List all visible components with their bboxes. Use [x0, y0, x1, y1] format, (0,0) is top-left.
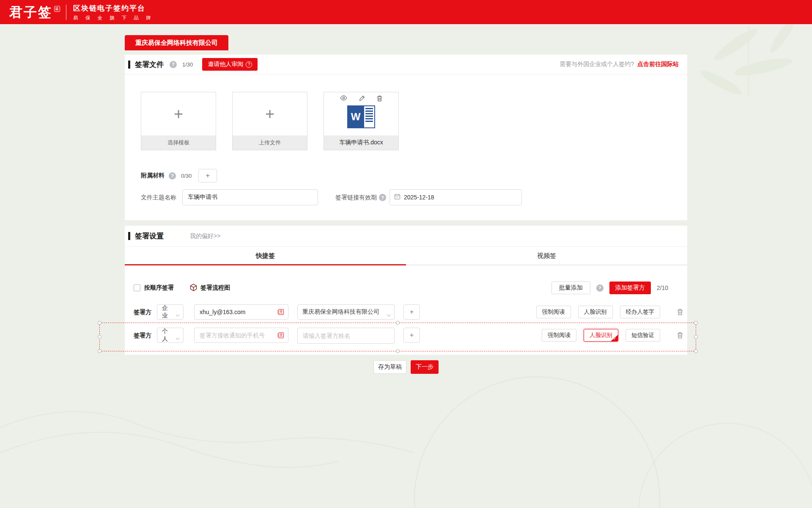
- save-draft-button[interactable]: 存为草稿: [373, 360, 406, 374]
- batch-add-button[interactable]: 批量添加: [551, 282, 590, 294]
- footer-actions: 存为草稿 下一步: [0, 360, 812, 374]
- plus-icon: +: [174, 106, 183, 122]
- signer2-face-id-button[interactable]: 人脸识别 ✓: [584, 329, 618, 342]
- sign-settings-panel: 签署设置 我的偏好>> 快捷签 视频签 按顺序签署 签署流程图: [125, 226, 687, 355]
- section-marker: [128, 232, 130, 240]
- expiry-date-input[interactable]: [404, 194, 517, 201]
- invite-review-button[interactable]: 邀请他人审阅 ?: [202, 58, 258, 71]
- option-label: 经办人签字: [626, 308, 655, 316]
- signer1-add-field-button[interactable]: +: [403, 304, 420, 320]
- signer2-phone-input[interactable]: [200, 332, 274, 339]
- file-count: 1/30: [182, 61, 193, 68]
- company-tab[interactable]: 重庆易保全网络科技有限公司: [125, 35, 228, 50]
- signer1-agent-sign-button[interactable]: 经办人签字: [620, 306, 661, 318]
- chevron-down-icon: [176, 334, 180, 341]
- signer2-force-read-button[interactable]: 强制阅读: [542, 329, 576, 342]
- signer2-type-value: 个人: [162, 328, 173, 343]
- signer-row-1: 签署方 企业 重庆易保全网络科技有限公司 +: [125, 304, 687, 320]
- document-meta-row: 文件主题名称 签署链接有效期 ?: [141, 189, 671, 205]
- tab-video-sign[interactable]: 视频签: [406, 247, 687, 265]
- signer1-type-value: 企业: [162, 304, 173, 320]
- my-preferences-link[interactable]: 我的偏好>>: [190, 232, 220, 240]
- signer1-company-select[interactable]: 重庆易保全网络科技有限公司: [297, 304, 395, 320]
- signer2-sms-verify-button[interactable]: 短信验证: [625, 329, 660, 342]
- cube-icon: [190, 284, 197, 293]
- expiry-help-icon[interactable]: ?: [379, 194, 386, 201]
- add-attachment-button[interactable]: +: [198, 169, 217, 182]
- international-site-link[interactable]: 点击前往国际站: [637, 61, 679, 68]
- sign-settings-header: 签署设置 我的偏好>>: [125, 226, 687, 247]
- sign-settings-title: 签署设置: [135, 231, 164, 241]
- signer1-force-read-button[interactable]: 强制阅读: [536, 306, 571, 318]
- signer-label: 签署方: [134, 304, 151, 320]
- document-card[interactable]: W 车辆申请书.docx: [324, 92, 399, 150]
- subject-input[interactable]: [182, 189, 318, 205]
- attachments-row: 附属材料 ? 0/30 +: [141, 169, 217, 182]
- delete-trash-icon[interactable]: [377, 95, 382, 102]
- order-sign-label: 按顺序签署: [144, 284, 174, 292]
- section-marker: [128, 61, 130, 69]
- expiry-date-field[interactable]: [390, 189, 522, 205]
- add-signer-label: 添加签署方: [615, 284, 645, 292]
- word-w-glyph: W: [347, 105, 364, 128]
- address-book-icon[interactable]: [277, 331, 285, 339]
- foreign-prompt: 需要与外国企业或个人签约?: [560, 61, 634, 68]
- selected-check-icon: ✓: [611, 335, 618, 341]
- sign-file-help-icon[interactable]: ?: [170, 61, 177, 68]
- add-signer-button[interactable]: 添加签署方: [609, 282, 651, 294]
- signer2-add-field-button[interactable]: +: [403, 328, 420, 343]
- signer1-delete-icon[interactable]: [677, 309, 683, 315]
- chevron-down-icon: [387, 311, 391, 318]
- next-step-button[interactable]: 下一步: [411, 360, 439, 374]
- signer2-name-input[interactable]: [297, 328, 395, 344]
- upload-file-label: 上传文件: [233, 135, 307, 150]
- choose-template-label: 选择模板: [141, 135, 216, 150]
- attachments-help-icon[interactable]: ?: [169, 172, 176, 179]
- logo-text: 君子签: [9, 6, 52, 19]
- foreign-sign-area: 需要与外国企业或个人签约? 点击前往国际站: [560, 61, 679, 68]
- resize-handle[interactable]: [98, 335, 102, 339]
- company-tab-label: 重庆易保全网络科技有限公司: [135, 39, 218, 47]
- batch-add-label: 批量添加: [559, 284, 583, 292]
- sign-file-title: 签署文件: [135, 60, 164, 69]
- address-book-icon[interactable]: [277, 308, 285, 316]
- order-sign-checkbox[interactable]: [134, 284, 140, 291]
- resize-handle[interactable]: [694, 349, 698, 353]
- resize-handle[interactable]: [396, 321, 400, 325]
- next-step-label: 下一步: [416, 363, 433, 371]
- option-label: 强制阅读: [548, 331, 571, 339]
- signer1-options: 强制阅读 人脸识别 经办人签字: [536, 306, 661, 318]
- signer1-contact-input[interactable]: [200, 309, 274, 315]
- tab-quick-sign-label: 快捷签: [256, 252, 275, 260]
- signer2-type-select[interactable]: 个人: [157, 328, 184, 343]
- choose-template-card[interactable]: + 选择模板: [141, 92, 216, 150]
- resize-handle[interactable]: [694, 321, 698, 325]
- tagline-platform: 区块链电子签约平台: [73, 3, 154, 13]
- resize-handle[interactable]: [396, 349, 400, 353]
- option-label: 短信验证: [631, 331, 654, 339]
- resize-handle[interactable]: [98, 349, 102, 353]
- batch-add-help-icon[interactable]: ?: [596, 284, 604, 292]
- signer1-face-id-button[interactable]: 人脸识别: [578, 306, 613, 318]
- upload-file-card[interactable]: + 上传文件: [232, 92, 307, 150]
- resize-handle[interactable]: [98, 321, 102, 325]
- flowchart-link[interactable]: 签署流程图: [190, 284, 230, 293]
- signers-toolbar: 按顺序签署 签署流程图 批量添加 ? 添加签署方 2/10: [125, 281, 687, 295]
- resize-handle[interactable]: [694, 335, 698, 339]
- signer2-delete-icon[interactable]: [677, 332, 683, 339]
- option-label: 人脸识别: [584, 308, 607, 316]
- junzisign-logo[interactable]: 君子签: [9, 6, 60, 19]
- edit-pencil-icon[interactable]: [359, 95, 365, 102]
- chevron-down-icon: [176, 311, 180, 318]
- document-card-actions: [324, 95, 398, 102]
- option-label: 强制阅读: [542, 308, 565, 316]
- calendar-icon: [394, 193, 401, 201]
- signer1-type-select[interactable]: 企业: [157, 304, 184, 320]
- sign-file-panel: 签署文件 ? 1/30 邀请他人审阅 ? 需要与外国企业或个人签约? 点击前往国…: [125, 55, 687, 220]
- sign-file-header: 签署文件 ? 1/30 邀请他人审阅 ? 需要与外国企业或个人签约? 点击前往国…: [125, 55, 687, 75]
- preview-eye-icon[interactable]: [340, 95, 347, 102]
- flowchart-label: 签署流程图: [200, 284, 230, 292]
- attachments-count: 0/30: [181, 173, 192, 179]
- tab-quick-sign[interactable]: 快捷签: [125, 247, 406, 265]
- save-draft-label: 存为草稿: [378, 363, 402, 371]
